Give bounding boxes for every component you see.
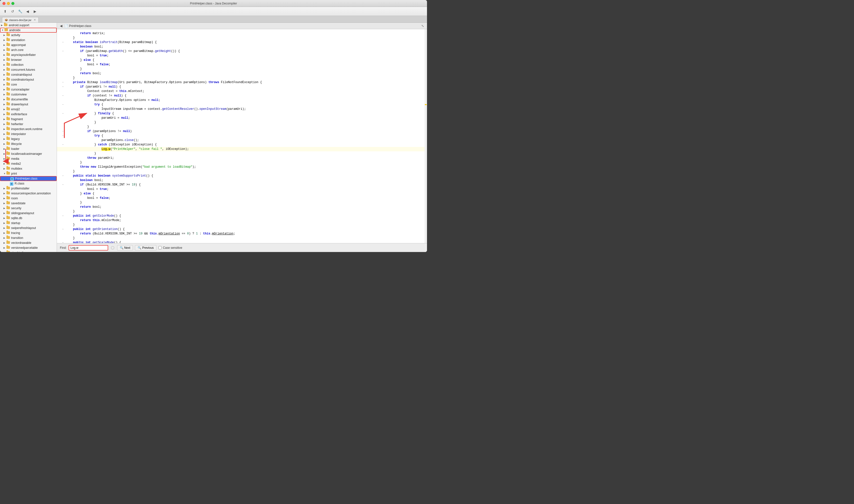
fold-button[interactable]: − bbox=[61, 49, 65, 53]
fold-button[interactable] bbox=[61, 71, 65, 76]
sidebar-item-media2[interactable]: ▶ media2 bbox=[0, 161, 57, 166]
fold-button[interactable] bbox=[61, 160, 65, 165]
fold-button[interactable] bbox=[61, 31, 65, 36]
fold-button[interactable] bbox=[61, 236, 65, 240]
tab-close-button[interactable]: ✕ bbox=[34, 18, 36, 21]
fold-button[interactable] bbox=[61, 125, 65, 129]
code-expand-btn[interactable]: ⤡ bbox=[420, 24, 425, 28]
fold-button[interactable] bbox=[61, 187, 65, 192]
sidebar-item-media[interactable]: ▶ media bbox=[0, 156, 57, 161]
fold-button[interactable]: − bbox=[61, 142, 65, 147]
sidebar-item-swiperefreshlayout[interactable]: ▶ swiperefreshlayout bbox=[0, 226, 57, 231]
fold-button[interactable] bbox=[61, 218, 65, 222]
sidebar-item-documentfile[interactable]: ▶ documentfile bbox=[0, 97, 57, 102]
fold-button[interactable]: − bbox=[61, 111, 65, 116]
sidebar-item-exifinterface[interactable]: ▶ exifinterface bbox=[0, 112, 57, 117]
fold-button[interactable] bbox=[61, 151, 65, 156]
sidebar-item-profileinstaller[interactable]: ▶ profileinstaller bbox=[0, 186, 57, 191]
sidebar-item-r-class[interactable]: C R.class bbox=[0, 181, 57, 186]
fold-button[interactable] bbox=[61, 205, 65, 209]
fold-button[interactable] bbox=[61, 116, 65, 120]
fold-button[interactable] bbox=[61, 138, 65, 142]
sidebar-item-legacy[interactable]: ▶ legacy bbox=[0, 137, 57, 142]
toolbar-settings-button[interactable]: 🔧 bbox=[17, 8, 23, 14]
sidebar-item-androidx[interactable]: ▼ androidx bbox=[0, 28, 57, 33]
fold-button[interactable] bbox=[61, 147, 65, 151]
sidebar-item-browser[interactable]: ▶ browser bbox=[0, 57, 57, 62]
sidebar-item-multidex[interactable]: ▶ multidex bbox=[0, 166, 57, 171]
fold-button[interactable] bbox=[61, 62, 65, 67]
fold-button[interactable] bbox=[61, 120, 65, 125]
sidebar-item-versionedparcelable[interactable]: ▶ versionedparcelable bbox=[0, 245, 57, 250]
fold-button[interactable]: − bbox=[61, 133, 65, 138]
find-next-button[interactable]: 🔍 Next bbox=[117, 245, 133, 251]
sidebar-item-annotation[interactable]: ▶ annotation bbox=[0, 38, 57, 42]
sidebar-item-vectordrawable[interactable]: ▶ vectordrawable bbox=[0, 240, 57, 245]
sidebar-item-loader[interactable]: ▶ loader bbox=[0, 146, 57, 151]
sidebar-item-drawerlayout[interactable]: ▶ drawerlayout bbox=[0, 102, 57, 107]
tab-classes-jar[interactable]: 📦 classes-dex2jar.jar ✕ bbox=[2, 17, 39, 22]
fold-button[interactable] bbox=[61, 200, 65, 205]
sidebar-item-coordinatorlayout[interactable]: ▶ coordinatorlayout bbox=[0, 77, 57, 82]
fold-button[interactable] bbox=[61, 169, 65, 174]
sidebar-item-collection[interactable]: ▶ collection bbox=[0, 62, 57, 67]
sidebar-item-arch-core[interactable]: ▶ arch.core bbox=[0, 48, 57, 52]
fold-button[interactable] bbox=[61, 53, 65, 58]
fold-button[interactable] bbox=[61, 36, 65, 40]
sidebar-item-emoji2[interactable]: ▶ emoji2 bbox=[0, 107, 57, 112]
fold-button[interactable]: − bbox=[61, 227, 65, 232]
sidebar-item-tracing[interactable]: ▶ tracing bbox=[0, 231, 57, 235]
code-nav-back[interactable]: ◀ bbox=[59, 24, 63, 28]
sidebar-item-core[interactable]: ▶ core bbox=[0, 82, 57, 87]
fold-button[interactable] bbox=[61, 98, 65, 102]
sidebar-item-savedstate[interactable]: ▶ savedstate bbox=[0, 201, 57, 206]
fold-button[interactable] bbox=[61, 67, 65, 71]
case-sensitive-label[interactable]: Case sensitive bbox=[158, 246, 182, 250]
minimize-button[interactable] bbox=[7, 2, 10, 5]
sidebar-item-security[interactable]: ▶ security bbox=[0, 206, 57, 211]
sidebar-item-transition[interactable]: ▶ transition bbox=[0, 235, 57, 240]
fold-button[interactable]: − bbox=[61, 174, 65, 178]
fold-button[interactable] bbox=[61, 44, 65, 49]
sidebar-item-room[interactable]: ▶ room bbox=[0, 196, 57, 201]
fold-button[interactable]: − bbox=[61, 80, 65, 85]
sidebar-item-localbroadcastmanager[interactable]: ▶ localbroadcastmanager bbox=[0, 151, 57, 156]
fold-button[interactable] bbox=[61, 232, 65, 236]
fold-button[interactable]: − bbox=[61, 240, 65, 243]
fold-button[interactable] bbox=[61, 58, 65, 62]
fold-button[interactable]: − bbox=[61, 102, 65, 107]
toolbar-back-button[interactable]: ◀ bbox=[24, 8, 31, 14]
fold-button[interactable] bbox=[61, 192, 65, 196]
fold-button[interactable] bbox=[61, 196, 65, 200]
fold-button[interactable]: − bbox=[61, 40, 65, 44]
find-previous-button[interactable]: 🔍 Previous bbox=[135, 245, 156, 251]
maximize-button[interactable] bbox=[12, 2, 14, 5]
fold-button[interactable] bbox=[61, 156, 65, 160]
sidebar-item-print-helper-class[interactable]: C PrintHelper.class bbox=[0, 176, 57, 181]
sidebar[interactable]: ▶ android.support ▼ androidx ▶ activity bbox=[0, 23, 57, 252]
find-input[interactable] bbox=[69, 245, 108, 251]
sidebar-item-concurrent-futures[interactable]: ▶ concurrent.futures bbox=[0, 67, 57, 72]
sidebar-item-lifecycle[interactable]: ▶ lifecycle bbox=[0, 142, 57, 146]
fold-button[interactable] bbox=[61, 76, 65, 80]
fold-button[interactable] bbox=[61, 209, 65, 214]
sidebar-item-cursoradapter[interactable]: ▶ cursoradapter bbox=[0, 87, 57, 92]
toolbar-forward-button[interactable]: ▶ bbox=[32, 8, 38, 14]
sidebar-item-slidingpanelayout[interactable]: ▶ slidingpanelayout bbox=[0, 211, 57, 216]
sidebar-item-customview[interactable]: ▶ customview bbox=[0, 92, 57, 97]
fold-button[interactable]: − bbox=[61, 85, 65, 89]
close-button[interactable] bbox=[2, 2, 5, 5]
fold-button[interactable] bbox=[61, 107, 65, 111]
sidebar-item-sqlite-db[interactable]: ▶ sqlite.db bbox=[0, 216, 57, 221]
sidebar-item-resourceinspection-annotation[interactable]: ▶ resourceinspection.annotation bbox=[0, 191, 57, 196]
case-sensitive-checkbox[interactable] bbox=[158, 246, 162, 249]
fold-button[interactable]: − bbox=[61, 129, 65, 133]
fold-button[interactable]: − bbox=[61, 93, 65, 98]
toolbar-up-button[interactable]: ⬆ bbox=[2, 8, 8, 14]
sidebar-item-inspection-work-runtime[interactable]: ▶ inspection.work.runtime bbox=[0, 127, 57, 131]
toolbar-refresh-button[interactable]: ↺ bbox=[10, 8, 16, 14]
sidebar-item-interpolator[interactable]: ▶ interpolator bbox=[0, 131, 57, 137]
sidebar-item-constraintlayout[interactable]: ▶ constraintlayout bbox=[0, 72, 57, 77]
fold-button[interactable] bbox=[61, 89, 65, 93]
fold-button[interactable] bbox=[61, 178, 65, 182]
